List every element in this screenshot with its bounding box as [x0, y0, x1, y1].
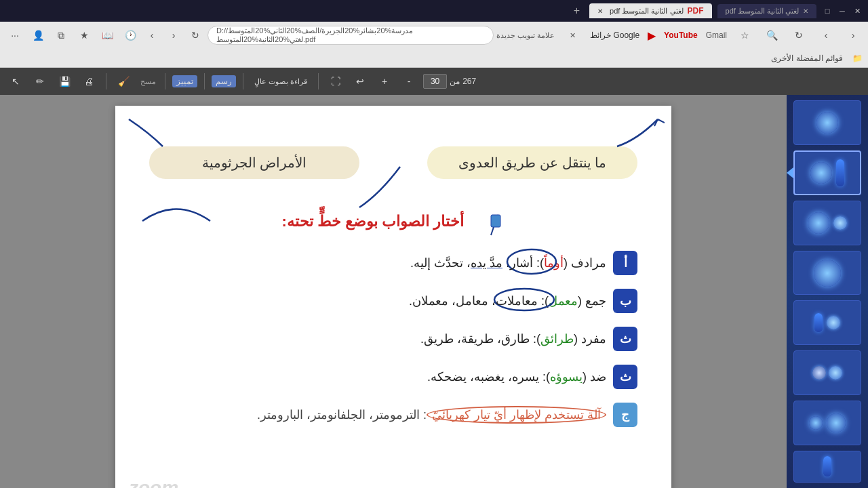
- nav-forward-button[interactable]: ›: [844, 26, 863, 45]
- sidebar-thumb-7[interactable]: [793, 401, 861, 445]
- q5-highlight: آلة تستخدم لإظهار أيّ تيار كهربائيّ: [427, 406, 606, 424]
- refresh-button[interactable]: ↻: [186, 26, 205, 45]
- tab-active-label: لغتي الثانية المتوسط pdf: [610, 7, 683, 16]
- q-text-4: ضد (يسوؤه): يسره، يغضبه، يضحكه.: [149, 366, 606, 388]
- address-bar[interactable]: D:/مدرسة%20بشائر%20الجزيرة/الصف%20الثاني…: [208, 26, 494, 45]
- main-content: ما ينتقل عن طريق العدوى الأمراض الجرثومي…: [0, 95, 868, 488]
- bookmarks-bar: 📁 قوائم المفضلة الأخرى: [0, 49, 868, 68]
- toolbar-separator-1: [106, 73, 106, 89]
- sidebar-thumb-1[interactable]: [793, 100, 861, 145]
- youtube-link[interactable]: YouTube: [664, 30, 698, 40]
- blue-curve-top-right: [610, 113, 665, 153]
- pdf-toolbar: ↖ ✏ 💾 🖨 🧹 مسح تمييز رسم قراءة بصوت عالٍ …: [0, 68, 868, 95]
- toolbar-separator-3: [204, 73, 205, 89]
- erase-button[interactable]: 🧹: [113, 71, 134, 92]
- question-5: ج آلة تستخدم لإظهار أيّ تيار كهربائيّ: ا…: [149, 403, 637, 427]
- page-separator: من: [450, 77, 460, 86]
- maps-link[interactable]: خرائط Google: [590, 30, 639, 40]
- new-tab-button[interactable]: +: [570, 5, 584, 17]
- sidebar-thumb-3[interactable]: [793, 201, 861, 245]
- toolbar-separator-4: [243, 73, 243, 89]
- sidebar: [787, 95, 868, 488]
- page-number-input[interactable]: [423, 74, 447, 89]
- save-button[interactable]: 💾: [54, 71, 75, 92]
- thumb-circle-1: [816, 112, 838, 134]
- window-controls: ✕ ─ □: [822, 5, 863, 16]
- youtube-icon: ▶: [648, 29, 656, 42]
- thumb-circle-2: [810, 162, 832, 184]
- pdf-viewer[interactable]: ما ينتقل عن طريق العدوى الأمراض الجرثومي…: [0, 95, 787, 488]
- fit-button[interactable]: ⛶: [326, 71, 346, 92]
- blue-curve-middle: [346, 160, 414, 214]
- q-badge-4: ث: [613, 365, 637, 389]
- forward-button[interactable]: ›: [164, 26, 183, 45]
- thumb-pill-1: [836, 159, 844, 186]
- settings-button[interactable]: ···: [5, 26, 24, 45]
- q1-circled-word: أشار: [510, 252, 533, 274]
- question-3: ث مفرد (طرائق): طارق، طريقة، طريق.: [149, 327, 637, 351]
- nav-refresh-button[interactable]: ↻: [789, 26, 808, 45]
- print-button[interactable]: 🖨: [79, 71, 99, 92]
- draw-label[interactable]: رسم: [212, 75, 236, 87]
- sidebar-thumb-4[interactable]: [793, 251, 861, 296]
- thumb-circle-4: [814, 260, 841, 287]
- address-text: D:/مدرسة%20بشائر%20الجزيرة/الصف%20الثاني…: [216, 26, 485, 44]
- bookmarks-folder-label[interactable]: قوائم المفضلة الأخرى: [767, 52, 847, 64]
- profile-button[interactable]: 👤: [28, 26, 47, 45]
- gmail-link[interactable]: Gmail: [706, 30, 727, 40]
- page-total: 267: [462, 77, 476, 86]
- tab-close-icon[interactable]: ✕: [803, 7, 808, 15]
- q1-underlined: مدَّ يده: [471, 256, 502, 270]
- zoom-out-button[interactable]: -: [399, 71, 419, 92]
- q2-circled-word: معاملات: [496, 290, 538, 312]
- browser-tab-active[interactable]: PDF لغتي الثانية المتوسط pdf ✕: [589, 3, 711, 18]
- cursor-tool-button[interactable]: ↖: [5, 71, 26, 92]
- sidebar-thumb-5[interactable]: [793, 300, 861, 345]
- back-button[interactable]: ‹: [142, 26, 161, 45]
- q-badge-3: ث: [613, 327, 637, 351]
- q-text-5: آلة تستخدم لإظهار أيّ تيار كهربائيّ: الت…: [149, 404, 606, 426]
- zoom-watermark: zoom: [129, 477, 178, 488]
- highlight-label[interactable]: تمييز: [172, 75, 197, 87]
- bookmarks-folder-icon: 📁: [852, 54, 863, 63]
- toolbar-separator-2: [165, 73, 165, 89]
- zoom-in-button[interactable]: +: [374, 71, 395, 92]
- toolbar-separator-5: [318, 73, 319, 89]
- nav-back-button[interactable]: ‹: [816, 26, 835, 45]
- sidebar-thumb-6[interactable]: [793, 350, 861, 395]
- zoom-button[interactable]: 🔍: [762, 26, 781, 45]
- annotate-button[interactable]: ✏: [30, 71, 50, 92]
- thumb-small-circle-3: [829, 366, 842, 380]
- close-button[interactable]: ✕: [852, 5, 863, 16]
- blue-arc-right: [136, 194, 217, 228]
- external-links: علامة تبويب جديدة ✕ خرائط Google ▶ YouTu…: [496, 26, 863, 45]
- rotate-button[interactable]: ↩: [350, 71, 370, 92]
- nav-bar: ··· 👤 ⧉ ★ 📖 🕐 ‹ › ↻ D:/مدرسة%20بشائر%20ا…: [0, 22, 868, 49]
- section-title: أختار الصواب بوضع خطٍّ تحته:: [282, 213, 465, 230]
- reading-button[interactable]: 📖: [98, 26, 117, 45]
- question-2: ب جمع (معمل): معاملات ، معامل، معملان.: [149, 289, 637, 313]
- history-button[interactable]: 🕐: [121, 26, 140, 45]
- q-badge-1: أ: [613, 251, 637, 275]
- sidebar-thumb-8[interactable]: [793, 451, 861, 483]
- thumb-circle-3: [808, 212, 829, 234]
- maximize-button[interactable]: □: [822, 5, 833, 16]
- q-text-3: مفرد (طرائق): طارق، طريقة، طريق.: [149, 328, 606, 350]
- read-aloud-button[interactable]: قراءة بصوت عالٍ: [250, 71, 311, 92]
- thumb-circle-5: [827, 413, 846, 432]
- add-bookmark-button[interactable]: ☆: [735, 26, 754, 45]
- alert-close-button[interactable]: ✕: [563, 26, 582, 45]
- q-text-1: مرادف (أوماً): أشار ، مدَّ يده، تحدَّث إ…: [149, 252, 606, 274]
- pdf-page: ما ينتقل عن طريق العدوى الأمراض الجرثومي…: [115, 106, 671, 488]
- favorites-button[interactable]: ★: [75, 26, 94, 45]
- topic-box-left: الأمراض الجرثومية: [149, 146, 359, 179]
- minimize-button[interactable]: ─: [837, 5, 848, 16]
- erase-icon: مسح: [138, 71, 158, 92]
- extensions-button[interactable]: ⧉: [52, 26, 71, 45]
- thumb-small-circle-2: [827, 316, 840, 329]
- browser-tab-inactive[interactable]: ✕ لغتي الثانية المتوسط pdf: [717, 4, 816, 18]
- q-text-2: جمع (معمل): معاملات ، معامل، معملان.: [149, 290, 606, 312]
- question-1: أ مرادف (أوماً): أشار ، مدَّ يده، تحدَّث…: [149, 251, 637, 275]
- sidebar-thumb-2-active[interactable]: [793, 150, 861, 195]
- tab-active-close-icon[interactable]: ✕: [597, 7, 603, 15]
